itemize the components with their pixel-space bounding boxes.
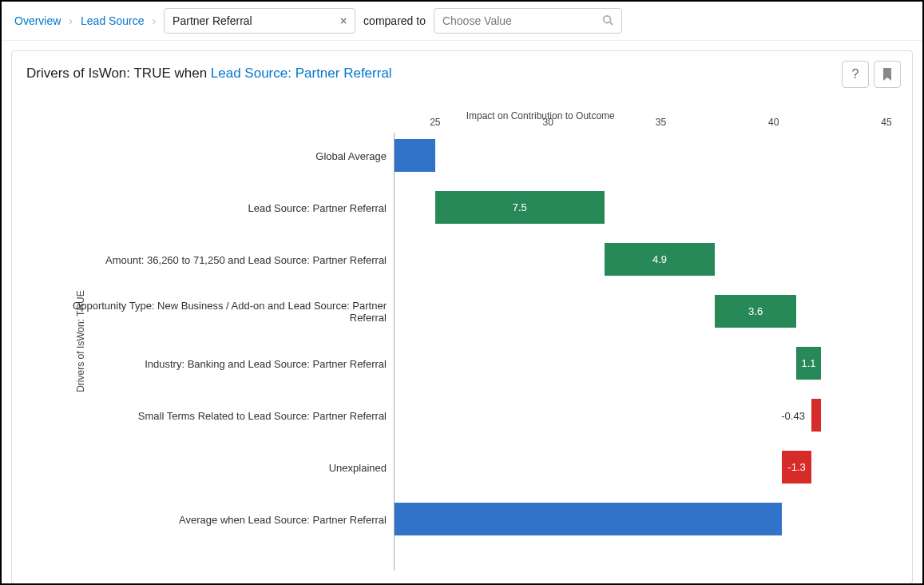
search-icon xyxy=(602,14,613,28)
bar-segment[interactable] xyxy=(395,503,782,535)
x-tick: 35 xyxy=(656,117,666,128)
compare-placeholder: Choose Value xyxy=(442,14,512,27)
compare-value-input[interactable]: Choose Value xyxy=(434,8,622,34)
x-tick: 30 xyxy=(542,117,553,128)
bar-segment[interactable]: 4.9 xyxy=(605,243,715,276)
app-window: Overview › Lead Source › Partner Referra… xyxy=(0,0,924,585)
bar-segment[interactable] xyxy=(395,139,435,172)
chart-row: Amount: 36,260 to 71,250 and Lead Source… xyxy=(395,241,886,277)
top-bar: Overview › Lead Source › Partner Referra… xyxy=(2,2,922,41)
bar-segment[interactable] xyxy=(811,399,821,432)
row-label: Small Terms Related to Lead Source: Part… xyxy=(51,409,395,421)
row-label: Average when Lead Source: Partner Referr… xyxy=(51,513,395,525)
panel-title: Drivers of IsWon: TRUE when Lead Source:… xyxy=(26,66,898,82)
compared-to-label: compared to xyxy=(363,14,426,27)
x-tick: 45 xyxy=(881,117,891,128)
chart-row: Industry: Banking and Lead Source: Partn… xyxy=(395,345,886,381)
plot-region: 2530354045Global AverageLead Source: Par… xyxy=(394,133,886,571)
chevron-right-icon: › xyxy=(152,14,156,27)
bar-value-label: -0.43 xyxy=(781,409,805,421)
selected-value-pill[interactable]: Partner Referral × xyxy=(164,8,355,34)
row-label: Lead Source: Partner Referral xyxy=(51,201,395,213)
chart-row: Average when Lead Source: Partner Referr… xyxy=(395,501,886,537)
selected-value-text: Partner Referral xyxy=(173,14,252,27)
panel-title-prefix: Drivers of IsWon: TRUE when xyxy=(26,66,211,81)
svg-line-1 xyxy=(610,22,613,25)
chart-row: Small Terms Related to Lead Source: Part… xyxy=(395,397,886,433)
row-label: Amount: 36,260 to 71,250 and Lead Source… xyxy=(51,253,395,265)
x-tick: 40 xyxy=(768,117,779,128)
bookmark-button[interactable] xyxy=(874,61,901,88)
bar-segment[interactable]: 7.5 xyxy=(435,191,605,224)
bookmark-icon xyxy=(882,68,893,81)
chart-row: Lead Source: Partner Referral7.5 xyxy=(395,189,886,225)
question-icon: ? xyxy=(852,67,859,82)
row-label: Global Average xyxy=(51,149,395,161)
chart-row: Global Average xyxy=(395,137,886,173)
row-label: Unexplained xyxy=(51,461,395,473)
bar-segment[interactable]: -1.3 xyxy=(782,451,811,484)
drivers-panel: Drivers of IsWon: TRUE when Lead Source:… xyxy=(11,50,913,584)
bar-segment[interactable]: 1.1 xyxy=(796,347,821,380)
breadcrumb-overview[interactable]: Overview xyxy=(14,14,61,27)
help-button[interactable]: ? xyxy=(842,61,869,88)
chevron-right-icon: › xyxy=(69,14,73,27)
bar-segment[interactable]: 3.6 xyxy=(715,295,796,328)
x-axis-label: Impact on Contribution to Outcome xyxy=(466,110,615,121)
chart-row: Unexplained-1.3 xyxy=(395,449,886,485)
panel-action-buttons: ? xyxy=(842,61,901,88)
svg-point-0 xyxy=(604,15,611,22)
panel-title-link[interactable]: Lead Source: Partner Referral xyxy=(211,66,392,81)
clear-icon[interactable]: × xyxy=(340,14,347,27)
row-label: Industry: Banking and Lead Source: Partn… xyxy=(51,357,395,369)
breadcrumb-leadsource[interactable]: Lead Source xyxy=(81,14,144,27)
chart-row: Opportunity Type: New Business / Add-on … xyxy=(395,293,886,329)
x-tick: 25 xyxy=(430,117,440,128)
chart-area: Drivers of IsWon: TRUE Impact on Contrib… xyxy=(26,107,898,575)
row-label: Opportunity Type: New Business / Add-on … xyxy=(51,300,395,324)
